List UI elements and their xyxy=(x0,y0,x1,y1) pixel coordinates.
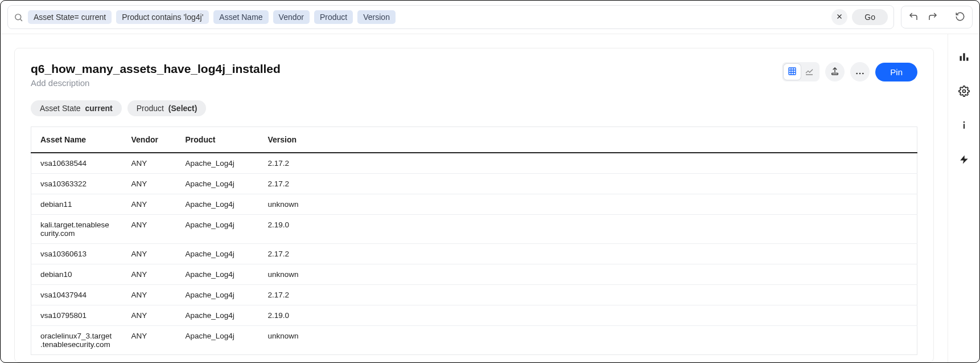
table-row[interactable]: vsa10360613ANYApache_Log4j2.17.2 xyxy=(31,244,917,264)
svg-marker-20 xyxy=(960,155,968,164)
rail-bolt-button[interactable] xyxy=(954,150,974,170)
column-header-version[interactable]: Version xyxy=(259,127,322,153)
cell-empty xyxy=(322,215,917,244)
cell-asset-name: debian11 xyxy=(31,194,122,215)
cell-product: Apache_Log4j xyxy=(176,153,259,174)
cell-asset-name: kali.target.tenablesecurity.com xyxy=(31,215,122,244)
cell-version: 2.17.2 xyxy=(259,244,322,264)
chart-view-toggle[interactable] xyxy=(801,64,818,80)
cell-product: Apache_Log4j xyxy=(176,285,259,305)
cell-empty xyxy=(322,153,917,174)
refresh-button[interactable] xyxy=(952,9,969,26)
cell-product: Apache_Log4j xyxy=(176,174,259,194)
table-row[interactable]: kali.target.tenablesecurity.comANYApache… xyxy=(31,215,917,244)
rail-charts-button[interactable] xyxy=(954,48,974,67)
cell-asset-name: oraclelinux7_3.target.tenablesecurity.co… xyxy=(31,326,122,355)
table-row[interactable]: oraclelinux7_3.target.tenablesecurity.co… xyxy=(31,326,917,355)
cell-version: 2.17.2 xyxy=(259,285,322,305)
filter-row: Asset State current Product (Select) xyxy=(15,92,933,127)
svg-point-13 xyxy=(862,72,864,74)
svg-rect-16 xyxy=(966,57,968,60)
table-row[interactable]: vsa10363322ANYApache_Log4j2.17.2 xyxy=(31,174,917,194)
table-row[interactable]: vsa10437944ANYApache_Log4j2.17.2 xyxy=(31,285,917,305)
search-chip[interactable]: Version xyxy=(357,10,396,24)
search-chip[interactable]: Product xyxy=(314,10,353,24)
cell-asset-name: vsa10437944 xyxy=(31,285,122,305)
svg-point-19 xyxy=(963,121,965,123)
search-icon xyxy=(14,13,23,22)
svg-rect-4 xyxy=(789,68,796,75)
filter-label: Product xyxy=(137,104,164,113)
svg-point-12 xyxy=(859,72,861,74)
table-row[interactable]: debian11ANYApache_Log4junknown xyxy=(31,194,917,215)
more-icon xyxy=(855,68,864,76)
filter-value: current xyxy=(85,104,112,113)
cell-vendor: ANY xyxy=(122,264,176,285)
cell-vendor: ANY xyxy=(122,305,176,326)
rail-info-button[interactable] xyxy=(954,116,974,136)
column-header-vendor[interactable]: Vendor xyxy=(122,127,176,153)
view-toggle xyxy=(782,62,820,81)
chart-icon xyxy=(805,67,814,78)
cell-empty xyxy=(322,285,917,305)
results-table: Asset Name Vendor Product Version vsa106… xyxy=(31,127,917,355)
cell-version: 2.17.2 xyxy=(259,153,322,174)
filter-value: (Select) xyxy=(168,104,197,113)
redo-button[interactable] xyxy=(924,9,941,26)
history-nav xyxy=(901,6,973,28)
bar-chart-icon xyxy=(958,51,970,64)
more-button[interactable] xyxy=(850,62,870,81)
table-row[interactable]: vsa10795801ANYApache_Log4j2.19.0 xyxy=(31,305,917,326)
close-icon xyxy=(836,13,843,22)
table-row[interactable]: vsa10638544ANYApache_Log4j2.17.2 xyxy=(31,153,917,174)
pin-button[interactable]: Pin xyxy=(875,63,917,81)
svg-rect-15 xyxy=(963,53,965,60)
cell-vendor: ANY xyxy=(122,285,176,305)
cell-vendor: ANY xyxy=(122,194,176,215)
filter-pill-product[interactable]: Product (Select) xyxy=(127,100,207,116)
filter-label: Asset State xyxy=(40,104,81,113)
svg-rect-14 xyxy=(960,56,961,60)
undo-button[interactable] xyxy=(905,9,922,26)
cell-asset-name: vsa10360613 xyxy=(31,244,122,264)
cell-product: Apache_Log4j xyxy=(176,194,259,215)
cell-empty xyxy=(322,174,917,194)
result-card: q6_how_many_assets_have_log4j_installed … xyxy=(14,48,934,362)
cell-product: Apache_Log4j xyxy=(176,244,259,264)
svg-point-0 xyxy=(15,14,21,19)
clear-search-button[interactable] xyxy=(831,9,847,25)
filter-pill-asset-state[interactable]: Asset State current xyxy=(31,100,122,116)
table-row[interactable]: debian10ANYApache_Log4junknown xyxy=(31,264,917,285)
cell-version: unknown xyxy=(259,326,322,355)
cell-empty xyxy=(322,264,917,285)
export-button[interactable] xyxy=(825,62,845,81)
svg-line-1 xyxy=(20,19,22,21)
right-rail xyxy=(948,34,979,362)
gear-icon xyxy=(958,85,970,99)
table-view-toggle[interactable] xyxy=(784,64,801,80)
cell-version: 2.19.0 xyxy=(259,215,322,244)
cell-version: 2.17.2 xyxy=(259,174,322,194)
cell-version: unknown xyxy=(259,264,322,285)
cell-vendor: ANY xyxy=(122,174,176,194)
column-header-empty xyxy=(322,127,917,153)
cell-vendor: ANY xyxy=(122,244,176,264)
cell-empty xyxy=(322,194,917,215)
cell-empty xyxy=(322,244,917,264)
search-chip[interactable]: Vendor xyxy=(273,10,310,24)
cell-asset-name: vsa10363322 xyxy=(31,174,122,194)
rail-settings-button[interactable] xyxy=(954,82,974,101)
search-box[interactable]: Asset State= current Product contains 'l… xyxy=(7,5,894,29)
column-header-product[interactable]: Product xyxy=(176,127,259,153)
description-placeholder[interactable]: Add description xyxy=(31,78,281,88)
page-title: q6_how_many_assets_have_log4j_installed xyxy=(31,62,281,76)
bolt-icon xyxy=(959,154,969,167)
go-button[interactable]: Go xyxy=(852,9,888,25)
column-header-asset-name[interactable]: Asset Name xyxy=(31,127,122,153)
svg-point-11 xyxy=(857,72,858,74)
search-chip[interactable]: Asset State= current xyxy=(28,10,112,24)
cell-vendor: ANY xyxy=(122,153,176,174)
cell-asset-name: vsa10795801 xyxy=(31,305,122,326)
search-chip[interactable]: Asset Name xyxy=(213,10,268,24)
search-chip[interactable]: Product contains 'log4j' xyxy=(116,10,209,24)
